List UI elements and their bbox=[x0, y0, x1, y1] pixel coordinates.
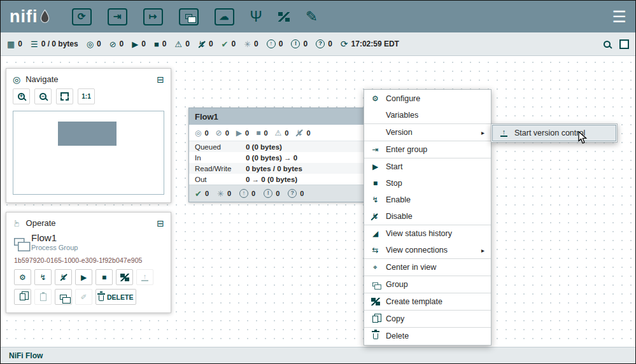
flow-canvas[interactable]: ◎ Navigate ⊟ 1:1 ☞ Operate ⊟ bbox=[1, 56, 635, 347]
menu-item-variables[interactable]: Variables bbox=[364, 107, 491, 123]
submenu-caret-icon: ▸ bbox=[481, 129, 484, 136]
minimap[interactable] bbox=[13, 111, 164, 195]
warning-icon: ⚠ bbox=[275, 129, 282, 137]
process-group-header[interactable]: Flow1 bbox=[189, 108, 367, 125]
menu-item-create-template[interactable]: Create template bbox=[364, 293, 491, 310]
label-icon[interactable]: ✎ bbox=[306, 10, 318, 24]
operate-collapse-button[interactable]: ⊟ bbox=[157, 219, 164, 228]
navigate-collapse-button[interactable]: ⊟ bbox=[157, 75, 164, 84]
process-group-outline-icon bbox=[14, 238, 25, 246]
copy-button[interactable] bbox=[14, 289, 31, 305]
zoom-out-button[interactable] bbox=[34, 88, 52, 104]
process-group-flow1[interactable]: Flow1 ◎0 ⊘0 ▶0 ■0 ⚠0 ↯0 Queued 0 (0 byte… bbox=[188, 108, 367, 202]
one-to-one-icon: 1:1 bbox=[81, 93, 90, 100]
stale-count: ↑ 0 bbox=[267, 39, 283, 48]
gear-icon: ⚙ bbox=[19, 273, 26, 282]
running-count: ▶ 0 bbox=[132, 39, 146, 48]
not-transmitting-icon: ⊘ bbox=[216, 129, 222, 137]
selected-component-name: Flow1 bbox=[31, 232, 78, 244]
global-menu-button[interactable]: ☰ bbox=[612, 9, 626, 25]
stop-button[interactable]: ■ bbox=[95, 269, 113, 285]
menu-item-start[interactable]: ▶ Start bbox=[364, 158, 491, 175]
menu-item-view-status-history[interactable]: ◢ View status history bbox=[364, 225, 491, 242]
menu-item-disable[interactable]: ↯ Disable bbox=[364, 208, 491, 225]
stop-icon: ■ bbox=[102, 273, 106, 282]
process-group-version-row: ✔0 ✳0 ↑0 !0 ?0 bbox=[189, 185, 367, 202]
question-icon: ? bbox=[316, 39, 325, 48]
menu-item-start-version-control[interactable]: ↑ Start version control bbox=[492, 125, 616, 141]
statusbar-right bbox=[604, 39, 629, 49]
input-port-icon[interactable]: ⇥ bbox=[108, 8, 127, 25]
fill-color-button: ✐ bbox=[75, 289, 92, 305]
gear-icon: ⚙ bbox=[371, 95, 380, 102]
asterisk-icon: ✳ bbox=[244, 40, 251, 48]
delete-button-label: DELETE bbox=[107, 293, 133, 301]
up-to-date-count: ✔ 0 bbox=[222, 39, 236, 48]
group-button[interactable] bbox=[55, 289, 72, 305]
menu-item-configure[interactable]: ⚙ Configure bbox=[364, 90, 491, 107]
menu-item-enable[interactable]: ↯ Enable bbox=[364, 192, 491, 208]
menu-item-view-connections[interactable]: ⇆ View connections ▸ bbox=[364, 242, 491, 258]
locally-modified-stale-count: ! 0 bbox=[291, 39, 307, 48]
start-button[interactable]: ▶ bbox=[75, 269, 92, 285]
nifi-logo-text: nifi bbox=[10, 8, 38, 25]
menu-item-stop[interactable]: ■ Stop bbox=[364, 175, 491, 192]
status-bar: ▦ 0 ☰ 0 / 0 bytes ◎ 0 ⊘ 0 ▶ 0 ■ 0 ⚠ 0 ↯ bbox=[1, 32, 635, 56]
delete-button[interactable]: DELETE bbox=[95, 289, 136, 305]
create-template-button[interactable] bbox=[116, 269, 133, 285]
breadcrumb-root[interactable]: NiFi Flow bbox=[9, 351, 43, 360]
operate-selection: Flow1 Process Group bbox=[6, 232, 171, 251]
process-group-icon[interactable] bbox=[179, 8, 199, 25]
slashed-bolt-icon: ↯ bbox=[198, 40, 206, 48]
trash-icon bbox=[371, 333, 380, 339]
enter-icon: ⇥ bbox=[371, 146, 380, 153]
submenu-caret-icon: ▸ bbox=[481, 247, 484, 254]
configure-button[interactable]: ⚙ bbox=[14, 269, 31, 285]
operate-panel: ☞ Operate ⊟ Flow1 Process Group 1b597920… bbox=[6, 212, 171, 313]
menu-item-version[interactable]: Version ▸ bbox=[364, 124, 491, 141]
play-icon: ▶ bbox=[371, 163, 380, 171]
sync-failure-count: ? 0 bbox=[316, 39, 332, 48]
minimap-viewport-rect[interactable] bbox=[58, 122, 117, 146]
bulletin-note-icon[interactable] bbox=[619, 39, 629, 49]
last-refresh-time: 17:02:59 EDT bbox=[351, 39, 399, 48]
menu-item-group[interactable]: Group bbox=[364, 276, 491, 293]
refresh-icon[interactable]: ⟳ bbox=[341, 39, 348, 48]
nifi-logo: nifi bbox=[10, 8, 50, 25]
invalid-count: ⚠ 0 bbox=[175, 39, 190, 48]
processor-icon[interactable]: ⟳ bbox=[72, 8, 92, 25]
menu-item-copy[interactable]: Copy bbox=[364, 311, 491, 327]
slashed-bolt-icon: ↯ bbox=[60, 273, 67, 282]
menu-item-center-in-view[interactable]: ⌖ Center in view bbox=[364, 259, 491, 276]
flowchart-icon bbox=[278, 12, 290, 22]
selected-component-id: 1b597920-0165-1000-e309-1f92b047e905 bbox=[6, 251, 171, 265]
exclamation-icon: ! bbox=[291, 39, 300, 48]
zoom-in-icon bbox=[18, 93, 25, 100]
zoom-fit-button[interactable] bbox=[56, 88, 73, 104]
zoom-actual-size-button[interactable]: 1:1 bbox=[78, 88, 95, 104]
refresh-cluster: ⟳ 17:02:59 EDT bbox=[341, 39, 399, 48]
enable-button[interactable]: ↯ bbox=[34, 269, 52, 285]
menu-item-enter-group[interactable]: ⇥ Enter group bbox=[364, 141, 491, 158]
template-icon bbox=[371, 298, 380, 305]
stop-icon: ■ bbox=[154, 40, 159, 48]
template-icon[interactable] bbox=[278, 12, 290, 22]
template-icon bbox=[120, 274, 129, 281]
operate-buttons-row1: ⚙ ↯ ↯ ▶ ■ ↑ bbox=[6, 265, 171, 285]
navigate-panel-header: ◎ Navigate ⊟ bbox=[6, 69, 171, 88]
remote-process-group-icon[interactable]: ☁ bbox=[215, 8, 234, 25]
component-toolbar: ⟳ ⇥ ↦ ☁ Ψ ✎ bbox=[72, 8, 318, 25]
context-menu: ⚙ Configure Variables Version ▸ ⇥ Enter … bbox=[364, 89, 491, 346]
crosshair-icon: ⌖ bbox=[371, 263, 380, 271]
stat-row-readwrite: Read/Write 0 bytes / 0 bytes bbox=[189, 163, 367, 174]
queued-count: ☰ 0 / 0 bytes bbox=[31, 39, 78, 48]
zoom-in-button[interactable] bbox=[13, 88, 30, 104]
menu-item-delete[interactable]: Delete bbox=[364, 328, 491, 344]
output-port-icon[interactable]: ↦ bbox=[143, 8, 163, 25]
upload-icon: ↑ bbox=[499, 129, 509, 137]
funnel-icon[interactable]: Ψ bbox=[250, 10, 262, 24]
disable-button[interactable]: ↯ bbox=[55, 269, 72, 285]
search-icon[interactable] bbox=[604, 41, 611, 48]
operate-buttons-row2: ✐ DELETE bbox=[6, 285, 171, 312]
grid-icon: ▦ bbox=[7, 40, 15, 48]
